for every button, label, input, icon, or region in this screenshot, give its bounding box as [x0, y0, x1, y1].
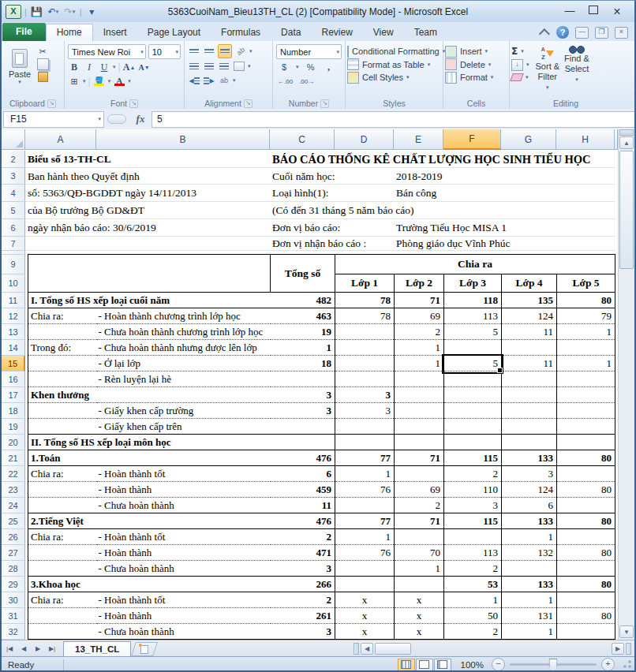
tab-file[interactable]: File	[2, 23, 46, 41]
column-header-F[interactable]: F	[443, 129, 501, 150]
tab-data[interactable]: Data	[271, 24, 311, 41]
zoom-slider-thumb[interactable]	[549, 659, 558, 671]
paste-button[interactable]: Paste ▾	[5, 44, 35, 90]
cell-A3[interactable]: Ban hành theo Quyết định	[28, 168, 140, 185]
row-header-32[interactable]: 32	[2, 624, 25, 640]
cell-G12[interactable]: 124	[502, 308, 557, 324]
formula-input[interactable]: 5	[152, 111, 634, 128]
cell-A2[interactable]: Biểu số 13-TH-CL	[28, 151, 111, 168]
cell-D25[interactable]: 77	[335, 513, 395, 529]
cell-H11[interactable]: 80	[557, 293, 615, 308]
cell-B14[interactable]: - Chưa hoàn thành nhưng được lên lớp	[97, 340, 271, 356]
page-break-view-button[interactable]	[434, 659, 451, 671]
cell-A24[interactable]	[28, 498, 97, 513]
column-header-H[interactable]: H	[556, 129, 615, 150]
row-header-31[interactable]: 31	[2, 608, 25, 624]
cell-E18[interactable]	[395, 403, 444, 419]
header-lop-3[interactable]: Lớp 3	[444, 274, 502, 293]
comma-style-button[interactable]: ,	[323, 61, 335, 73]
cell-C17[interactable]: 3	[271, 387, 335, 403]
cell-F19[interactable]	[444, 419, 502, 435]
cell-C26[interactable]: 2	[271, 529, 335, 545]
workbook-close-button[interactable]: ×	[615, 27, 628, 39]
cell-C22[interactable]: 6	[271, 466, 335, 482]
cell-B26[interactable]: - Hoàn thành tốt	[97, 529, 271, 545]
cell-F22[interactable]: 2	[444, 466, 502, 482]
zoom-in-icon[interactable]: +	[601, 658, 615, 671]
cell-G14[interactable]	[502, 340, 557, 356]
save-button[interactable]: 💾	[30, 5, 43, 18]
cell-C29[interactable]: 266	[271, 577, 335, 592]
horizontal-scroll-thumb[interactable]	[375, 643, 411, 655]
fill-button[interactable]: ↓▾	[511, 59, 529, 71]
excel-app-icon[interactable]: X	[6, 5, 21, 19]
align-left-button[interactable]	[188, 60, 200, 73]
resize-grip[interactable]	[621, 659, 632, 670]
cell-F23[interactable]: 110	[444, 482, 502, 498]
cell-C31[interactable]: 261	[271, 608, 335, 624]
minimize-ribbon-icon[interactable]	[539, 28, 550, 39]
cell-B13[interactable]: - Chưa hoàn thành chương trình lớp học	[97, 324, 271, 340]
cell-E22[interactable]	[395, 466, 444, 482]
row-header-29[interactable]: 29	[2, 577, 25, 592]
cell-E17[interactable]	[395, 387, 444, 403]
cell-H28[interactable]	[557, 561, 615, 577]
cell-C32[interactable]: 3	[271, 624, 335, 640]
tab-page-layout[interactable]: Page Layout	[137, 24, 211, 41]
cell-F25[interactable]: 115	[444, 513, 502, 529]
cell-E32[interactable]: x	[395, 624, 444, 640]
close-button[interactable]: ×	[611, 5, 623, 19]
active-cell-selection[interactable]	[442, 354, 503, 374]
row-header-3[interactable]: 3	[2, 168, 25, 185]
cell-A22[interactable]: Chia ra:	[28, 466, 97, 482]
cell-A27[interactable]	[28, 545, 97, 561]
header-lop-1[interactable]: Lớp 1	[335, 274, 395, 293]
zoom-slider[interactable]	[510, 663, 597, 666]
cell-F12[interactable]: 113	[444, 308, 502, 324]
cell-C25[interactable]: 476	[271, 513, 335, 529]
row-header-17[interactable]: 17	[2, 387, 25, 403]
column-header-G[interactable]: G	[501, 129, 556, 150]
number-format-select[interactable]: Number▾	[276, 44, 342, 59]
cell-G19[interactable]	[502, 419, 557, 435]
minimize-button[interactable]: —	[563, 5, 576, 19]
cell-D20[interactable]	[335, 435, 395, 450]
redo-button[interactable]: ↷▾	[63, 5, 77, 18]
alignment-dialog-launcher[interactable]: ↘	[244, 99, 253, 108]
font-size-select[interactable]: 10▾	[148, 44, 181, 59]
customize-qat-button[interactable]: ▾	[85, 5, 99, 18]
cell-E4[interactable]: Bán công	[396, 185, 436, 202]
find-select-button[interactable]: Find &Select▾	[564, 46, 589, 98]
row-header-9[interactable]: 9	[2, 255, 25, 274]
cell-H13[interactable]: 1	[557, 324, 615, 340]
cell-F14[interactable]	[444, 340, 502, 356]
header-lop-5[interactable]: Lớp 5	[557, 274, 615, 293]
cell-E19[interactable]	[395, 419, 444, 435]
hscroll-left-icon[interactable]: ◀	[361, 643, 373, 655]
cell-F18[interactable]	[444, 403, 502, 419]
header-lop-2[interactable]: Lớp 2	[395, 274, 444, 293]
cell-C23[interactable]: 459	[271, 482, 335, 498]
decrease-decimal-button[interactable]: .00→	[299, 75, 314, 88]
cell-D17[interactable]: 3	[335, 387, 395, 403]
name-box-dropdown-icon[interactable]: ▾	[98, 116, 101, 122]
cell-D13[interactable]	[335, 324, 395, 340]
cell-D23[interactable]: 76	[335, 482, 395, 498]
header-tong-so[interactable]: Tổng số	[271, 255, 335, 293]
row-header-14[interactable]: 14	[2, 340, 25, 356]
clear-button[interactable]: ▾	[511, 73, 529, 81]
next-sheet-icon[interactable]: ▶	[32, 643, 44, 655]
cell-A30[interactable]: Chia ra:	[28, 592, 97, 608]
insert-cells-button[interactable]: Insert▾	[445, 46, 507, 58]
scroll-down-icon[interactable]: ▼	[619, 625, 634, 638]
cell-B16[interactable]: - Rèn luyện lại hè	[97, 371, 271, 387]
cell-D18[interactable]: 3	[335, 403, 395, 419]
cell-G16[interactable]	[502, 371, 557, 387]
cell-E6[interactable]: Trường Tiểu Học MISA 1	[396, 219, 507, 237]
align-middle-button[interactable]	[203, 45, 215, 58]
cell-C20[interactable]	[271, 435, 335, 450]
row-header-21[interactable]: 21	[2, 450, 25, 466]
vertical-scroll-thumb[interactable]	[619, 151, 634, 269]
row-header-24[interactable]: 24	[2, 498, 25, 513]
maximize-button[interactable]	[587, 5, 600, 19]
